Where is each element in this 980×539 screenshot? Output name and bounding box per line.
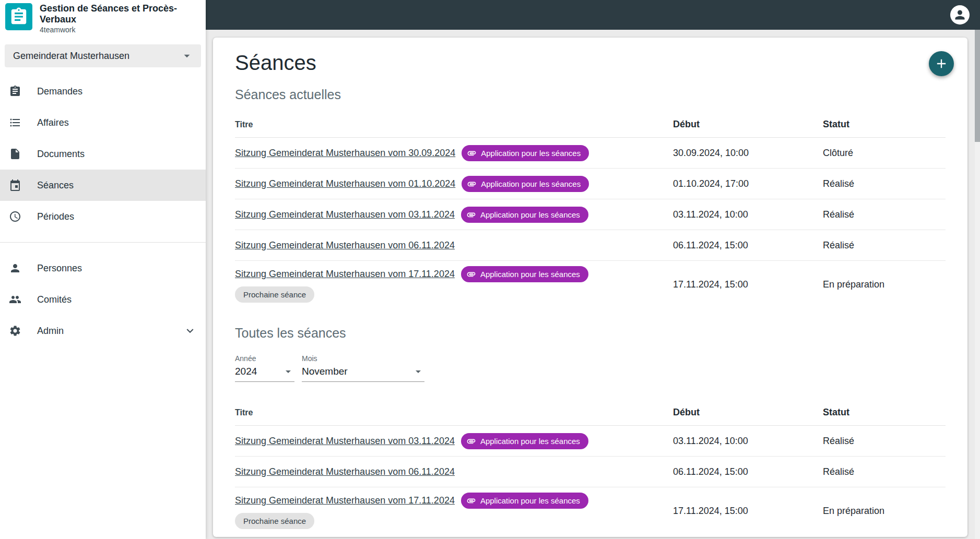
- paperclip-icon: [466, 269, 476, 279]
- badge-label: Application pour les séances: [480, 270, 580, 279]
- app-window: Gestion de Séances et Procès-Verbaux 4te…: [0, 0, 980, 539]
- person-icon: [9, 262, 21, 274]
- current-seances-heading: Séances actuelles: [235, 87, 946, 102]
- seance-start: 03.11.2024, 10:00: [673, 209, 823, 220]
- column-header-titre: Titre: [235, 120, 673, 129]
- sidebar-item-label: Personnes: [37, 263, 82, 274]
- sidebar-item-label: Périodes: [37, 211, 74, 222]
- seances-card: Séances Séances actuelles Titre Début St…: [213, 38, 967, 537]
- column-header-debut: Début: [673, 119, 823, 130]
- seance-link[interactable]: Sitzung Gemeinderat Musterhausen vom 06.…: [235, 240, 455, 251]
- topbar: [206, 0, 980, 30]
- scrollbar[interactable]: [975, 30, 980, 539]
- badge-label: Application pour les séances: [480, 496, 580, 505]
- seance-link[interactable]: Sitzung Gemeinderat Musterhausen vom 03.…: [235, 209, 455, 220]
- month-select[interactable]: Mois November: [302, 354, 424, 382]
- sidebar-item-label: Admin: [37, 326, 64, 337]
- person-icon: [953, 8, 967, 22]
- application-badge[interactable]: Application pour les séances: [462, 176, 589, 192]
- table-row: Sitzung Gemeinderat Musterhausen vom 06.…: [235, 457, 946, 487]
- dropdown-arrow-icon: [180, 49, 194, 63]
- sidebar-item-label: Demandes: [37, 86, 82, 97]
- current-seances-table: Titre Début Statut Sitzung Gemeinderat M…: [235, 112, 946, 308]
- column-header-statut: Statut: [823, 407, 946, 418]
- list-icon: [9, 116, 21, 129]
- application-badge[interactable]: Application pour les séances: [461, 266, 588, 282]
- clipboard-logo-icon: [9, 7, 29, 27]
- seance-start: 03.11.2024, 10:00: [673, 436, 823, 447]
- sidebar-item-label: Affaires: [37, 117, 69, 128]
- badge-label: Application pour les séances: [481, 179, 581, 188]
- application-badge[interactable]: Application pour les séances: [461, 433, 588, 449]
- committee-select-value: Gemeinderat Musterhausen: [13, 51, 129, 62]
- avatar[interactable]: [950, 5, 970, 25]
- application-badge[interactable]: Application pour les séances: [461, 207, 588, 223]
- seance-link[interactable]: Sitzung Gemeinderat Musterhausen vom 17.…: [235, 495, 455, 506]
- seance-start: 01.10.2024, 17:00: [673, 178, 823, 189]
- scrollbar-thumb[interactable]: [975, 30, 980, 142]
- year-select[interactable]: Année 2024: [235, 354, 294, 382]
- month-label: Mois: [302, 354, 424, 363]
- seance-status: En préparation: [823, 506, 946, 517]
- paperclip-icon: [467, 148, 477, 158]
- document-icon: [9, 148, 21, 160]
- sidebar-item-seances[interactable]: Séances: [0, 170, 206, 201]
- clipboard-icon: [9, 85, 21, 98]
- application-badge[interactable]: Application pour les séances: [462, 145, 589, 161]
- seance-status: Réalisé: [823, 436, 946, 447]
- paperclip-icon: [466, 436, 476, 446]
- seance-status: Réalisé: [823, 240, 946, 251]
- chevron-down-icon: [183, 324, 197, 338]
- table-header-row: Titre Début Statut: [235, 400, 946, 426]
- seance-status: En préparation: [823, 279, 946, 290]
- seance-status: Réalisé: [823, 209, 946, 220]
- seance-link[interactable]: Sitzung Gemeinderat Musterhausen vom 03.…: [235, 436, 455, 447]
- calendar-icon: [9, 179, 21, 191]
- dropdown-arrow-icon: [412, 365, 424, 378]
- seance-start: 30.09.2024, 10:00: [673, 148, 823, 159]
- app-logo-row: Gestion de Séances et Procès-Verbaux 4te…: [0, 0, 206, 38]
- sidebar: Gestion de Séances et Procès-Verbaux 4te…: [0, 0, 206, 539]
- sidebar-item-demandes[interactable]: Demandes: [0, 76, 206, 107]
- table-row: Sitzung Gemeinderat Musterhausen vom 30.…: [235, 138, 946, 169]
- sidebar-item-label: Documents: [37, 149, 85, 160]
- seance-link[interactable]: Sitzung Gemeinderat Musterhausen vom 30.…: [235, 148, 455, 159]
- year-label: Année: [235, 354, 294, 363]
- all-seances-table: Titre Début Statut Sitzung Gemeinderat M…: [235, 400, 946, 534]
- sidebar-item-comites[interactable]: Comités: [0, 284, 206, 315]
- seance-status: Réalisé: [823, 178, 946, 189]
- seance-link[interactable]: Sitzung Gemeinderat Musterhausen vom 01.…: [235, 178, 455, 189]
- gear-icon: [9, 325, 21, 337]
- sidebar-nav: Demandes Affaires Documents Séances Péri…: [0, 76, 206, 346]
- month-select-value: November: [302, 366, 348, 377]
- app-logo: [5, 3, 32, 30]
- app-title-block: Gestion de Séances et Procès-Verbaux 4te…: [40, 3, 196, 34]
- app-title: Gestion de Séances et Procès-Verbaux: [40, 3, 196, 25]
- sidebar-item-label: Comités: [37, 294, 72, 305]
- all-seances-heading: Toutes les séances: [235, 326, 946, 341]
- seance-link[interactable]: Sitzung Gemeinderat Musterhausen vom 06.…: [235, 466, 455, 477]
- badge-label: Application pour les séances: [480, 210, 580, 219]
- paperclip-icon: [467, 179, 477, 189]
- sidebar-item-periodes[interactable]: Périodes: [0, 201, 206, 232]
- seance-start: 06.11.2024, 15:00: [673, 240, 823, 251]
- people-icon: [9, 293, 21, 306]
- sidebar-item-admin[interactable]: Admin: [0, 315, 206, 346]
- table-row: Sitzung Gemeinderat Musterhausen vom 17.…: [235, 261, 946, 308]
- sidebar-item-documents[interactable]: Documents: [0, 138, 206, 170]
- badge-label: Application pour les séances: [481, 149, 581, 158]
- next-seance-pill: Prochaine séance: [235, 286, 314, 303]
- sidebar-item-personnes[interactable]: Personnes: [0, 253, 206, 284]
- application-badge[interactable]: Application pour les séances: [461, 493, 588, 509]
- year-select-value: 2024: [235, 366, 257, 377]
- column-header-debut: Début: [673, 407, 823, 418]
- paperclip-icon: [466, 496, 476, 506]
- seance-link[interactable]: Sitzung Gemeinderat Musterhausen vom 17.…: [235, 269, 455, 280]
- sidebar-divider: [0, 242, 206, 243]
- seance-start: 17.11.2024, 15:00: [673, 506, 823, 517]
- sidebar-item-affaires[interactable]: Affaires: [0, 107, 206, 138]
- page-title: Séances: [235, 51, 946, 75]
- committee-select[interactable]: Gemeinderat Musterhausen: [5, 44, 201, 67]
- add-seance-button[interactable]: [929, 51, 954, 76]
- dropdown-arrow-icon: [282, 365, 294, 378]
